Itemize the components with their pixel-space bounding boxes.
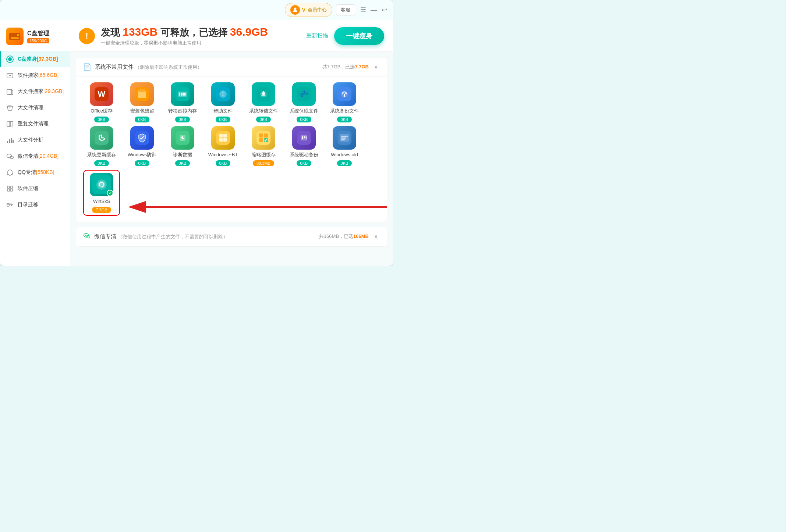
content-area: ! 发现 133GB 可释放，已选择 36.9GB 一键安全清理垃圾，零误删不影… (70, 20, 393, 266)
back-icon[interactable]: ↩ (382, 6, 387, 14)
winold-icon (333, 126, 356, 150)
update-icon (90, 126, 113, 150)
logo-icon (6, 28, 24, 45)
item-winold[interactable]: Windows.old 0KB (326, 126, 363, 166)
rescan-button[interactable]: 重新扫描 (306, 32, 328, 39)
diag-name: 诊断数据 (173, 152, 192, 158)
winsxs-size: 7.7GB (92, 207, 111, 213)
item-diag[interactable]: 诊断数据 0KB (164, 126, 201, 166)
winold-name: Windows.old (331, 152, 358, 158)
item-ram[interactable]: 转移虚拟内存 0KB (164, 82, 201, 122)
banner-selected: 36.9GB (230, 26, 268, 38)
banner-subtitle: 一键安全清理垃圾，零误删不影响电脑正常使用 (101, 40, 300, 46)
sidebar-item-analyze[interactable]: 大文件分析 (0, 132, 70, 148)
diag-size: 0KB (175, 160, 190, 166)
sidebar-item-clean-dup[interactable]: 重复文件清理 (0, 116, 70, 132)
item-backup[interactable]: 系统备份文件 0KB (326, 82, 363, 122)
sidebar-item-qq[interactable]: QQ专清[558KB] (0, 164, 70, 181)
sidebar-item-move-file[interactable]: 大文件搬家[29.3GB] (0, 83, 70, 100)
sidebar-item-wechat[interactable]: 微信专清[20.4GB] (0, 148, 70, 164)
section2-header: 微信专清 （微信使用过程中产生的文件，不需要的可以删除） 共166MB，已选16… (76, 227, 387, 247)
section1-icon: 📄 (83, 63, 91, 71)
sidebar: C盘管理 159/200G C盘瘦身[37.3GB] (0, 20, 70, 266)
item-winbt[interactable]: Windows.~BT 0KB (205, 126, 241, 166)
help-name: 帮助文件 (213, 108, 233, 114)
sidebar-item-move-app[interactable]: 软件搬家[65.6GB] (0, 67, 70, 83)
svg-point-81 (89, 236, 89, 237)
thumb-size: 88.3MB (253, 160, 274, 166)
warning-icon: ! (79, 28, 95, 44)
slim-icon (6, 55, 14, 63)
section2-subtitle: （微信使用过程中产生的文件，不需要的可以删除） (118, 234, 228, 239)
item-office[interactable]: W Office缓存 0KB (83, 82, 120, 122)
sidebar-label-wechat: 微信专清[20.4GB] (18, 153, 59, 160)
winbt-name: Windows.~BT (208, 152, 238, 158)
item-help[interactable]: ! 帮助文件 0KB (205, 82, 241, 122)
svg-point-5 (8, 57, 12, 61)
shield-size: 0KB (135, 160, 150, 166)
customer-button[interactable]: 客服 (336, 4, 355, 15)
svg-rect-57 (259, 133, 263, 138)
item-driver[interactable]: 系统驱动备份 0KB (286, 126, 322, 166)
item-storage[interactable]: 系统转储文件 0KB (245, 82, 282, 122)
office-name: Office缓存 (91, 108, 113, 114)
clean-dup-icon (6, 120, 14, 128)
minimize-icon[interactable]: — (371, 6, 377, 14)
svg-rect-53 (223, 134, 227, 138)
sidebar-item-compress[interactable]: 软件压缩 (0, 181, 70, 197)
logo-subtitle: 159/200G (27, 38, 49, 43)
item-sleep[interactable]: 💤 系统休眠文件 0KB (286, 82, 322, 122)
storage-name: 系统转储文件 (249, 108, 278, 114)
svg-rect-30 (181, 93, 183, 96)
svg-rect-29 (179, 93, 180, 96)
item-shield[interactable]: Windows防御 0KB (124, 126, 160, 166)
section2-chevron[interactable]: ∧ (372, 233, 380, 240)
ram-size: 0KB (175, 117, 190, 122)
winbt-size: 0KB (216, 160, 231, 166)
sidebar-label-move-app: 软件搬家[65.6GB] (18, 72, 59, 79)
item-winsxs[interactable]: WinSxS 7.7GB (83, 170, 120, 216)
svg-rect-59 (259, 138, 263, 142)
menu-icon[interactable]: ☰ (360, 6, 366, 14)
sidebar-logo: C盘管理 159/200G (0, 24, 70, 51)
help-size: 0KB (216, 117, 231, 122)
section1-subtitle: （删除后不影响系统正常使用） (135, 64, 202, 70)
banner-title: 发现 133GB 可释放，已选择 36.9GB (101, 25, 300, 39)
section1-chevron[interactable]: ∧ (372, 63, 380, 71)
svg-rect-7 (7, 89, 11, 94)
svg-rect-32 (185, 93, 186, 96)
svg-rect-17 (7, 186, 10, 188)
sidebar-label-move-file: 大文件搬家[29.3GB] (18, 88, 64, 95)
sidebar-item-slim[interactable]: C盘瘦身[37.3GB] (0, 51, 70, 67)
member-button[interactable]: V 会员中心 (285, 3, 332, 17)
sleep-size: 0KB (297, 117, 312, 122)
item-update[interactable]: 系统更新缓存 0KB (83, 126, 120, 166)
thumb-name: 缩略图缓存 (252, 152, 276, 158)
section2-icon (83, 232, 91, 241)
item-package[interactable]: 安装包残留 0KB (124, 82, 160, 122)
driver-icon (292, 126, 316, 150)
office-size: 0KB (94, 117, 109, 122)
diag-icon (171, 126, 194, 150)
migrate-icon (6, 201, 14, 209)
driver-size: 0KB (297, 160, 312, 166)
check-badge (107, 190, 113, 196)
sidebar-label-migrate: 目录迁移 (18, 201, 38, 208)
top-bar: V 会员中心 客服 ☰ — ↩ (0, 0, 393, 20)
svg-rect-65 (306, 136, 307, 139)
sidebar-item-clean-large[interactable]: 大文件清理 (0, 100, 70, 116)
sidebar-label-clean-large: 大文件清理 (18, 104, 43, 111)
sidebar-item-migrate[interactable]: 目录迁移 (0, 197, 70, 213)
svg-point-15 (7, 154, 12, 158)
banner-size: 133GB (123, 26, 157, 38)
svg-rect-14 (13, 140, 14, 143)
item-thumb[interactable]: 缩略图缓存 88.3MB (245, 126, 282, 166)
main-layout: C盘管理 159/200G C盘瘦身[37.3GB] (0, 20, 393, 266)
slim-button[interactable]: 一键瘦身 (334, 27, 384, 45)
analyze-icon (6, 136, 14, 144)
svg-text:!: ! (222, 91, 224, 97)
backup-icon (333, 82, 356, 106)
scroll-content[interactable]: 📄 系统不常用文件 （删除后不影响系统正常使用） 共7.7GB，已选7.7GB … (70, 52, 393, 266)
svg-rect-51 (216, 131, 230, 145)
driver-name: 系统驱动备份 (290, 152, 318, 158)
